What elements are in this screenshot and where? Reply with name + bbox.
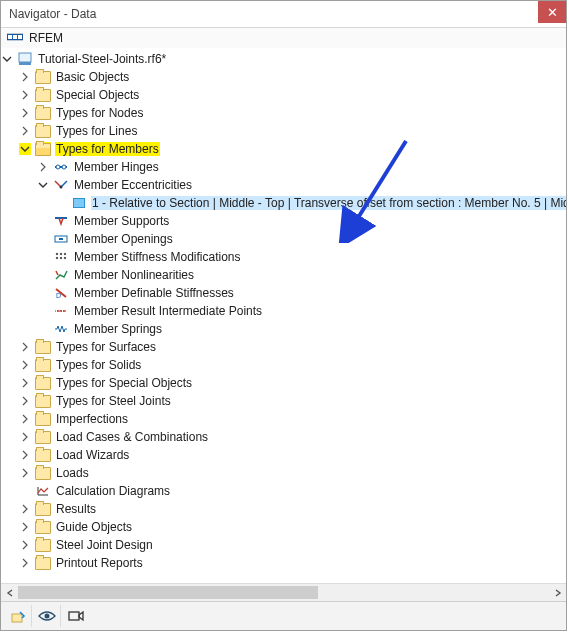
footer-button-view[interactable] bbox=[34, 605, 61, 627]
folder-icon bbox=[35, 394, 51, 408]
svg-point-27 bbox=[63, 310, 65, 312]
expand-icon[interactable] bbox=[19, 395, 31, 407]
svg-point-8 bbox=[56, 165, 60, 169]
titlebar: Navigator - Data ✕ bbox=[1, 1, 566, 28]
stiffness-mod-icon bbox=[53, 250, 69, 264]
expand-icon[interactable] bbox=[19, 377, 31, 389]
tree-item-types-for-lines[interactable]: Types for Lines bbox=[19, 122, 566, 140]
expand-icon[interactable] bbox=[19, 359, 31, 371]
tree-label: Member Hinges bbox=[73, 160, 160, 174]
tree-item-basic-objects[interactable]: Basic Objects bbox=[19, 68, 566, 86]
tree-item-calculation-diagrams[interactable]: Calculation Diagrams bbox=[19, 482, 566, 500]
diagram-icon bbox=[35, 484, 51, 498]
tree-item-member-springs[interactable]: Member Springs bbox=[37, 320, 566, 338]
expand-icon[interactable] bbox=[19, 521, 31, 533]
expand-icon[interactable] bbox=[19, 431, 31, 443]
intermediate-points-icon bbox=[53, 304, 69, 318]
spring-icon bbox=[53, 322, 69, 336]
expand-icon[interactable] bbox=[37, 161, 49, 173]
svg-rect-31 bbox=[69, 612, 79, 620]
collapse-icon[interactable] bbox=[1, 53, 13, 65]
tree-item-results[interactable]: Results bbox=[19, 500, 566, 518]
tree-item-eccentricity-1[interactable]: 1 - Relative to Section | Middle - Top |… bbox=[55, 194, 566, 212]
tree-item-member-nonlinearities[interactable]: Member Nonlinearities bbox=[37, 266, 566, 284]
expand-icon[interactable] bbox=[19, 449, 31, 461]
expand-icon[interactable] bbox=[19, 503, 31, 515]
expand-icon[interactable] bbox=[19, 107, 31, 119]
tree-item-special-objects[interactable]: Special Objects bbox=[19, 86, 566, 104]
collapse-icon[interactable] bbox=[37, 179, 49, 191]
folder-icon bbox=[35, 466, 51, 480]
scroll-thumb[interactable] bbox=[18, 586, 318, 599]
tree-item-member-result-intermediate-points[interactable]: Member Result Intermediate Points bbox=[37, 302, 566, 320]
tree-label: Types for Lines bbox=[55, 124, 138, 138]
window-title: Navigator - Data bbox=[9, 7, 96, 21]
scroll-left-button[interactable] bbox=[1, 584, 18, 601]
tree-item-load-cases-combinations[interactable]: Load Cases & Combinations bbox=[19, 428, 566, 446]
tree-label: Load Cases & Combinations bbox=[55, 430, 209, 444]
tree-item-member-definable-stiffnesses[interactable]: D Member Definable Stiffnesses bbox=[37, 284, 566, 302]
tree-item-member-stiffness-modifications[interactable]: Member Stiffness Modifications bbox=[37, 248, 566, 266]
tree-label: Member Eccentricities bbox=[73, 178, 193, 192]
tree-item-steel-joint-design[interactable]: Steel Joint Design bbox=[19, 536, 566, 554]
nonlinear-icon bbox=[53, 268, 69, 282]
tree-item-types-for-special-objects[interactable]: Types for Special Objects bbox=[19, 374, 566, 392]
tree-item-imperfections[interactable]: Imperfections bbox=[19, 410, 566, 428]
expand-icon[interactable] bbox=[19, 125, 31, 137]
tree-item-loads[interactable]: Loads bbox=[19, 464, 566, 482]
eccentricity-icon bbox=[53, 178, 69, 192]
tree-item-types-for-surfaces[interactable]: Types for Surfaces bbox=[19, 338, 566, 356]
tree-item-member-eccentricities[interactable]: Member Eccentricities bbox=[37, 176, 566, 194]
svg-point-18 bbox=[64, 253, 66, 255]
tree-label: Member Stiffness Modifications bbox=[73, 250, 242, 264]
tree-item-types-for-members[interactable]: Types for Members bbox=[19, 140, 566, 158]
project-root[interactable]: Tutorial-Steel-Joints.rf6* bbox=[1, 50, 566, 68]
folder-icon bbox=[35, 340, 51, 354]
tree-label: Types for Members bbox=[55, 142, 160, 156]
collapse-icon[interactable] bbox=[19, 143, 31, 155]
footer-button-camera[interactable] bbox=[63, 605, 89, 627]
folder-icon bbox=[35, 430, 51, 444]
tree-item-types-for-solids[interactable]: Types for Solids bbox=[19, 356, 566, 374]
tree-label: Member Result Intermediate Points bbox=[73, 304, 263, 318]
app-header: RFEM bbox=[1, 28, 566, 48]
definable-stiffness-icon: D bbox=[53, 286, 69, 300]
svg-rect-29 bbox=[12, 614, 22, 622]
svg-rect-6 bbox=[19, 62, 31, 65]
svg-point-26 bbox=[60, 310, 62, 312]
svg-rect-5 bbox=[19, 53, 31, 62]
tree-item-load-wizards[interactable]: Load Wizards bbox=[19, 446, 566, 464]
folder-icon bbox=[35, 520, 51, 534]
tree-label: Steel Joint Design bbox=[55, 538, 154, 552]
tree-item-printout-reports[interactable]: Printout Reports bbox=[19, 554, 566, 572]
tree-item-member-supports[interactable]: Member Supports bbox=[37, 212, 566, 230]
expand-icon[interactable] bbox=[19, 467, 31, 479]
scroll-right-button[interactable] bbox=[549, 584, 566, 601]
tree-item-types-for-steel-joints[interactable]: Types for Steel Joints bbox=[19, 392, 566, 410]
expand-icon[interactable] bbox=[19, 557, 31, 569]
tree-item-guide-objects[interactable]: Guide Objects bbox=[19, 518, 566, 536]
expand-icon[interactable] bbox=[19, 539, 31, 551]
tree-label: Member Supports bbox=[73, 214, 170, 228]
tree-label: Types for Special Objects bbox=[55, 376, 193, 390]
tree-label: Types for Solids bbox=[55, 358, 142, 372]
hinge-icon bbox=[53, 160, 69, 174]
expand-icon[interactable] bbox=[19, 89, 31, 101]
folder-icon bbox=[35, 358, 51, 372]
tree-label: Types for Steel Joints bbox=[55, 394, 172, 408]
expand-icon[interactable] bbox=[19, 71, 31, 83]
footer-button-data[interactable] bbox=[5, 605, 32, 627]
tree-item-member-hinges[interactable]: Member Hinges bbox=[37, 158, 566, 176]
svg-rect-4 bbox=[18, 35, 22, 39]
tree-item-types-for-nodes[interactable]: Types for Nodes bbox=[19, 104, 566, 122]
close-button[interactable]: ✕ bbox=[538, 1, 566, 23]
project-name: Tutorial-Steel-Joints.rf6* bbox=[37, 52, 167, 66]
expand-icon[interactable] bbox=[19, 413, 31, 425]
tree-item-member-openings[interactable]: Member Openings bbox=[37, 230, 566, 248]
expand-icon[interactable] bbox=[19, 341, 31, 353]
close-icon: ✕ bbox=[547, 6, 558, 19]
tree-label: Calculation Diagrams bbox=[55, 484, 171, 498]
scroll-track[interactable] bbox=[18, 584, 549, 601]
horizontal-scrollbar[interactable] bbox=[1, 583, 566, 601]
svg-point-16 bbox=[56, 253, 58, 255]
